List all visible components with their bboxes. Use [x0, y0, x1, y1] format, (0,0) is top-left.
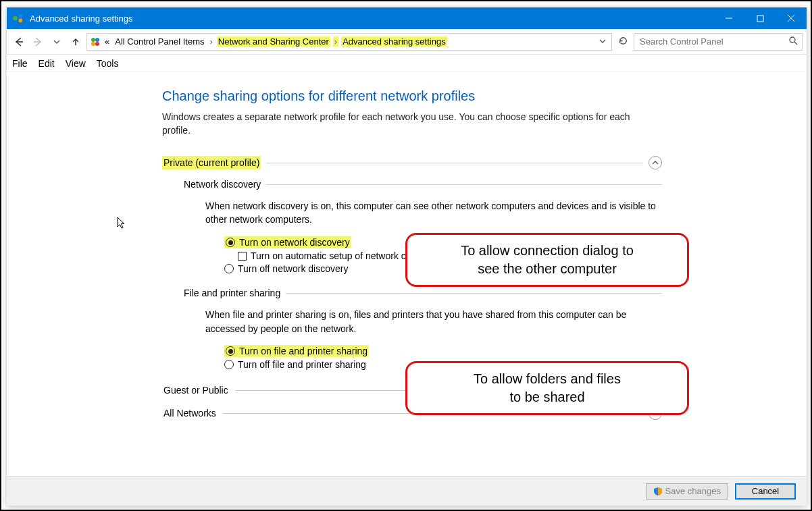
footer: Save changes Cancel — [7, 476, 807, 506]
radio-fp-off-label: Turn off file and printer sharing — [238, 359, 366, 370]
annotation-2-line2: to be shared — [421, 388, 674, 406]
breadcrumb-prefix: « — [103, 36, 111, 47]
menu-bar: File Edit View Tools — [7, 55, 807, 72]
svg-point-10 — [95, 38, 99, 42]
svg-point-2 — [19, 19, 23, 23]
address-dropdown-icon[interactable] — [597, 36, 609, 47]
menu-tools[interactable]: Tools — [97, 58, 119, 69]
app-icon — [12, 12, 24, 24]
chevron-up-icon[interactable] — [649, 156, 662, 169]
page-subtext: Windows creates a separate network profi… — [162, 111, 635, 137]
chevron-right-icon: › — [208, 36, 213, 47]
window-title: Advanced sharing settings — [30, 14, 132, 24]
cancel-button[interactable]: Cancel — [735, 483, 796, 500]
window: Advanced sharing settings — [7, 7, 807, 506]
group-network-discovery-title: Network discovery — [184, 179, 261, 190]
svg-point-1 — [19, 14, 23, 18]
radio-nd-on-label: Turn on network discovery — [239, 237, 350, 248]
svg-point-12 — [95, 42, 99, 46]
section-all-networks-label: All Networks — [162, 406, 218, 420]
nav-row: « All Control Panel Items › Network and … — [7, 29, 807, 55]
search-input[interactable] — [638, 36, 773, 47]
section-private-header[interactable]: Private (current profile) — [162, 156, 662, 169]
breadcrumb-network-sharing[interactable]: Network and Sharing Center — [217, 36, 330, 47]
menu-view[interactable]: View — [66, 58, 86, 69]
svg-line-14 — [794, 42, 797, 45]
menu-file[interactable]: File — [12, 58, 28, 69]
maximize-button[interactable] — [744, 7, 776, 29]
checkbox-icon — [238, 252, 247, 261]
nav-up-button[interactable] — [68, 34, 84, 50]
svg-point-11 — [91, 42, 95, 46]
cursor-icon — [117, 217, 128, 230]
radio-nd-off-label: Turn off network discovery — [238, 263, 348, 274]
cancel-label: Cancel — [752, 486, 779, 496]
radio-fp-on[interactable]: Turn on file and printer sharing — [224, 345, 369, 357]
breadcrumb-advanced-sharing[interactable]: Advanced sharing settings — [341, 36, 447, 47]
radio-icon — [226, 346, 235, 356]
group-file-printer-title: File and printer sharing — [184, 288, 280, 298]
breadcrumb-all-items[interactable]: All Control Panel Items — [113, 36, 205, 47]
search-box[interactable] — [634, 33, 803, 51]
annotation-callout-2: To allow folders and files to be shared — [405, 361, 689, 415]
svg-point-13 — [790, 37, 795, 43]
menu-edit[interactable]: Edit — [39, 58, 55, 69]
save-changes-button[interactable]: Save changes — [646, 483, 728, 500]
radio-nd-on[interactable]: Turn on network discovery — [224, 236, 351, 248]
close-button[interactable] — [776, 7, 807, 29]
address-bar[interactable]: « All Control Panel Items › Network and … — [86, 33, 612, 51]
minimize-button[interactable] — [713, 7, 744, 29]
svg-point-0 — [13, 16, 18, 21]
radio-icon — [224, 360, 234, 369]
network-discovery-desc: When network discovery is on, this compu… — [205, 199, 662, 227]
radio-icon — [226, 238, 235, 247]
annotation-1-line2: see the other computer — [421, 260, 674, 278]
chevron-right-icon: › — [333, 36, 338, 47]
nav-recent-button[interactable] — [49, 34, 65, 50]
radio-icon — [224, 264, 234, 273]
svg-point-9 — [91, 38, 95, 42]
save-changes-label: Save changes — [665, 486, 721, 496]
radio-fp-on-label: Turn on file and printer sharing — [239, 346, 367, 356]
section-private-label: Private (current profile) — [162, 156, 261, 169]
svg-rect-4 — [757, 16, 763, 22]
nav-back-button[interactable] — [11, 34, 27, 50]
content-area: Change sharing options for different net… — [7, 72, 807, 470]
annotation-2-line1: To allow folders and files — [421, 370, 674, 388]
page-heading: Change sharing options for different net… — [162, 88, 662, 104]
titlebar: Advanced sharing settings — [7, 7, 807, 29]
annotation-callout-1: To allow connection dialog to see the ot… — [405, 233, 689, 287]
control-panel-icon — [90, 36, 101, 47]
section-guest-label: Guest or Public — [162, 383, 230, 397]
refresh-button[interactable] — [615, 36, 631, 48]
search-icon[interactable] — [789, 36, 798, 47]
annotation-1-line1: To allow connection dialog to — [421, 242, 674, 260]
shield-icon — [653, 487, 663, 496]
file-printer-desc: When file and printer sharing is on, fil… — [205, 308, 662, 335]
nav-forward-button[interactable] — [30, 34, 46, 50]
